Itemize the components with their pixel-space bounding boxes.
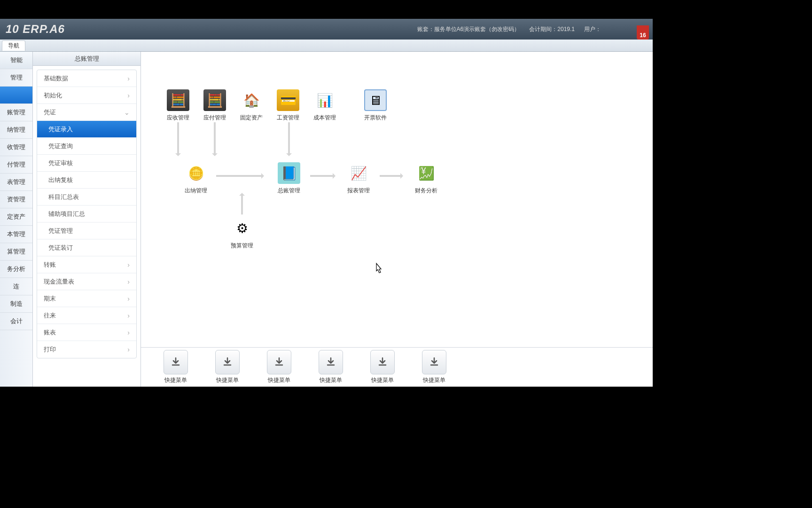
menu-sub-item[interactable]: 出纳复核	[37, 172, 136, 189]
arrow-right-icon	[310, 175, 335, 177]
header-icons: 16	[637, 21, 649, 35]
period-info: 会计期间：2019.1	[529, 25, 575, 33]
leftnav-item[interactable]	[0, 87, 32, 104]
menu-sub-item[interactable]: 凭证查询	[37, 138, 136, 155]
side-panel: 总账管理 基础数据›初始化›凭证⌄凭证录入凭证查询凭证审核出纳复核科目汇总表辅助…	[33, 52, 141, 387]
arrow-right-icon	[216, 175, 263, 177]
leftnav-item[interactable]: 本管理	[0, 226, 32, 243]
app-window: 10 ERP.A6 账套：服务单位A6演示账套（勿改密码） 会计期间：2019.…	[0, 19, 653, 387]
quick-menu-item[interactable]: 快捷菜单	[422, 350, 446, 384]
cursor-icon	[374, 262, 383, 277]
app-logo: 10 ERP.A6	[6, 23, 65, 36]
leftnav-item[interactable]: 表管理	[0, 174, 32, 191]
menu-sub-item[interactable]: 凭证审核	[37, 155, 136, 172]
menu-item[interactable]: 凭证⌄	[37, 104, 136, 121]
menu-item[interactable]: 现金流量表›	[37, 273, 136, 290]
flow-node-calc[interactable]: 应收管理	[160, 89, 196, 122]
header-info: 账套：服务单位A6演示账套（勿改密码） 会计期间：2019.1 用户：	[417, 19, 601, 40]
menu-item[interactable]: 转账›	[37, 256, 136, 273]
flow-node-analysis[interactable]: 财务分析	[408, 162, 445, 195]
arrow-up-icon	[241, 194, 243, 214]
leftnav-item[interactable]: 账管理	[0, 104, 32, 121]
flow-node-chart[interactable]: 成本管理	[306, 89, 343, 122]
flow-node-screen[interactable]: 开票软件	[357, 89, 394, 122]
quick-menu-item[interactable]: 快捷菜单	[164, 350, 188, 384]
flow-node-coins[interactable]: 出纳管理	[178, 162, 214, 195]
leftnav-item[interactable]: 制造	[0, 295, 32, 313]
tab-strip: 导航	[0, 40, 653, 52]
workflow-canvas: 应收管理应付管理固定资产工资管理成本管理开票软件出纳管理总账管理报表管理财务分析…	[141, 52, 653, 387]
flow-node-report[interactable]: 报表管理	[340, 162, 377, 195]
left-nav: 智能管理账管理纳管理收管理付管理表管理资管理定资产本管理算管理务分析连制造会计	[0, 52, 33, 387]
menu-sub-item[interactable]: 凭证装订	[37, 239, 136, 256]
flow-node-gear[interactable]: 预算管理	[224, 217, 260, 250]
body: 智能管理账管理纳管理收管理付管理表管理资管理定资产本管理算管理务分析连制造会计 …	[0, 52, 653, 387]
menu-item[interactable]: 期末›	[37, 290, 136, 307]
leftnav-item[interactable]: 管理	[0, 69, 32, 87]
arrow-right-icon	[380, 175, 402, 177]
menu-sub-item[interactable]: 辅助项目汇总	[37, 206, 136, 222]
arrow-down-icon	[288, 122, 290, 155]
tab-nav[interactable]: 导航	[2, 40, 25, 51]
quick-menu-item[interactable]: 快捷菜单	[215, 350, 240, 384]
account-info: 账套：服务单位A6演示账套（勿改密码）	[417, 25, 520, 33]
menu-sub-item[interactable]: 凭证管理	[37, 222, 136, 239]
menu-sub-item[interactable]: 凭证录入	[37, 121, 136, 138]
menu-item[interactable]: 往来›	[37, 307, 136, 324]
quick-menu-bar: 快捷菜单快捷菜单快捷菜单快捷菜单快捷菜单快捷菜单	[141, 347, 653, 387]
leftnav-item[interactable]: 收管理	[0, 139, 32, 156]
arrow-down-icon	[177, 122, 179, 155]
leftnav-item[interactable]: 纳管理	[0, 121, 32, 139]
calendar-badge[interactable]: 16	[637, 25, 649, 40]
menu-box: 基础数据›初始化›凭证⌄凭证录入凭证查询凭证审核出纳复核科目汇总表辅助项目汇总凭…	[37, 70, 137, 358]
menu-item[interactable]: 打印›	[37, 341, 136, 358]
user-info: 用户：	[584, 25, 601, 33]
menu: 基础数据›初始化›凭证⌄凭证录入凭证查询凭证审核出纳复核科目汇总表辅助项目汇总凭…	[33, 66, 141, 387]
flow-node-house[interactable]: 固定资产	[233, 89, 270, 122]
leftnav-item[interactable]: 连	[0, 278, 32, 295]
leftnav-item[interactable]: 资管理	[0, 191, 32, 208]
leftnav-item[interactable]: 定资产	[0, 208, 32, 226]
leftnav-item[interactable]: 智能	[0, 52, 32, 69]
menu-item[interactable]: 初始化›	[37, 87, 136, 104]
leftnav-item[interactable]: 付管理	[0, 156, 32, 174]
title-bar: 10 ERP.A6 账套：服务单位A6演示账套（勿改密码） 会计期间：2019.…	[0, 19, 653, 40]
side-panel-title: 总账管理	[33, 52, 141, 66]
leftnav-item[interactable]: 会计	[0, 313, 32, 330]
quick-menu-item[interactable]: 快捷菜单	[319, 350, 343, 384]
menu-item[interactable]: 账表›	[37, 324, 136, 341]
quick-menu-item[interactable]: 快捷菜单	[267, 350, 291, 384]
quick-menu-item[interactable]: 快捷菜单	[370, 350, 395, 384]
menu-item[interactable]: 基础数据›	[37, 70, 136, 87]
leftnav-item[interactable]: 务分析	[0, 261, 32, 278]
arrow-down-icon	[214, 122, 216, 155]
flow-node-card[interactable]: 工资管理	[270, 89, 306, 122]
leftnav-item[interactable]: 算管理	[0, 243, 32, 261]
flow-node-book[interactable]: 总账管理	[271, 162, 307, 195]
menu-sub-item[interactable]: 科目汇总表	[37, 189, 136, 206]
flow-node-calc[interactable]: 应付管理	[196, 89, 233, 122]
